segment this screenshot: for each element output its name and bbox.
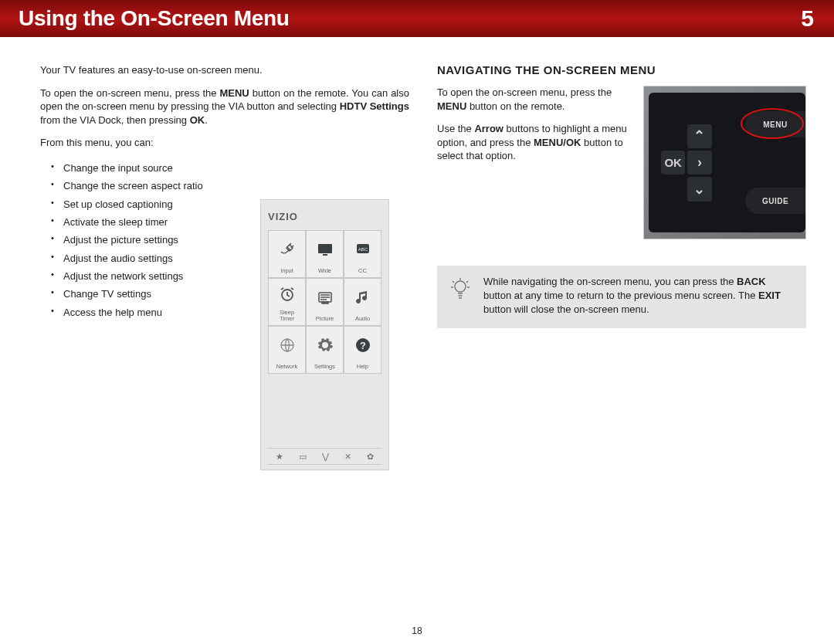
chapter-number: 5: [801, 5, 814, 32]
right-top-row: To open the on-screen menu, press the ME…: [437, 86, 806, 239]
menu-cell-cc: ABC CC: [344, 230, 381, 278]
svg-text:?: ?: [360, 340, 366, 351]
plug-icon: [277, 231, 297, 268]
list-item: Adjust the network settings: [63, 267, 233, 285]
clock-icon: [277, 279, 297, 310]
menu-cell-picture: Picture: [306, 278, 344, 326]
nav-p1: To open the on-screen menu, press the ME…: [437, 86, 631, 113]
list-item: Set up closed captioning: [63, 195, 233, 213]
svg-text:ABC: ABC: [358, 247, 368, 252]
svg-rect-8: [322, 302, 328, 303]
page-body: Your TV features an easy-to-use on-scree…: [0, 37, 834, 336]
gear-icon: [315, 327, 335, 364]
chapter-title: Using the On-Screen Menu: [19, 6, 290, 31]
menu-cell-sleep: Sleep Timer: [268, 278, 306, 326]
list-item: Activate the sleep timer: [63, 213, 233, 231]
svg-rect-3: [323, 254, 327, 256]
vizio-logo: VIZIO: [268, 211, 381, 222]
picture-icon: [315, 279, 335, 316]
feature-list: Change the input source Change the scree…: [40, 159, 233, 322]
menu-cell-wide: Wide: [306, 230, 344, 278]
lightbulb-icon: [448, 276, 473, 301]
right-column: NAVIGATING THE ON-SCREEN MENU To open th…: [437, 63, 806, 328]
remote-dpad: ⌃ OK › ⌄: [661, 124, 738, 202]
list-item: Change the input source: [63, 159, 233, 177]
ok-button: OK: [661, 151, 685, 175]
menu-footer-icons: ★ ▭ ⋁ ✕ ✿: [268, 448, 381, 465]
remote-menu-button: MENU: [745, 111, 805, 137]
list-item: Adjust the audio settings: [63, 249, 233, 267]
onscreen-menu-illustration: VIZIO Input Wide ABC CC Sleep Timer Pict…: [260, 199, 389, 470]
tip-box: While navigating the on-screen menu, you…: [437, 266, 806, 328]
from-this-menu: From this menu, you can:: [40, 136, 409, 150]
svg-point-0: [455, 281, 466, 292]
cc-icon: ABC: [353, 231, 373, 268]
arrow-right-icon: ›: [687, 151, 711, 175]
intro-text: Your TV features an easy-to-use on-scree…: [40, 63, 409, 77]
menu-cell-settings: Settings: [306, 326, 344, 374]
help-icon: ?: [353, 327, 373, 364]
menu-cell-network: Network: [268, 326, 306, 374]
tv-icon: [315, 231, 335, 268]
arrow-down-icon: ⌄: [687, 177, 711, 201]
menu-grid: Input Wide ABC CC Sleep Timer Picture Au…: [268, 230, 381, 374]
menu-cell-help: ? Help: [344, 326, 381, 374]
remote-photo: ⌃ OK › ⌄ MENU GUIDE: [643, 86, 806, 239]
music-icon: [353, 279, 373, 316]
open-menu-paragraph: To open the on-screen menu, press the ME…: [40, 86, 409, 127]
menu-cell-input: Input: [268, 230, 306, 278]
globe-icon: [277, 327, 297, 364]
star-icon: ★: [276, 452, 283, 462]
svg-rect-2: [318, 244, 332, 253]
list-item: Change the screen aspect ratio: [63, 177, 233, 195]
arrow-up-icon: ⌃: [687, 124, 711, 148]
list-item: Change TV settings: [63, 285, 233, 303]
rect-icon: ▭: [299, 452, 307, 462]
list-item: Access the help menu: [63, 303, 233, 321]
remote-guide-button: GUIDE: [745, 188, 805, 214]
list-item: Adjust the picture settings: [63, 231, 233, 249]
right-text-block: To open the on-screen menu, press the ME…: [437, 86, 631, 172]
menu-cell-audio: Audio: [344, 278, 381, 326]
close-icon: ✕: [344, 452, 351, 462]
nav-p2: Use the Arrow buttons to highlight a men…: [437, 122, 631, 163]
chevron-down-icon: ⋁: [322, 452, 329, 462]
chapter-banner: Using the On-Screen Menu 5: [0, 0, 834, 37]
page-number: 18: [0, 625, 834, 636]
flower-icon: ✿: [367, 452, 374, 462]
section-heading: NAVIGATING THE ON-SCREEN MENU: [437, 63, 806, 76]
